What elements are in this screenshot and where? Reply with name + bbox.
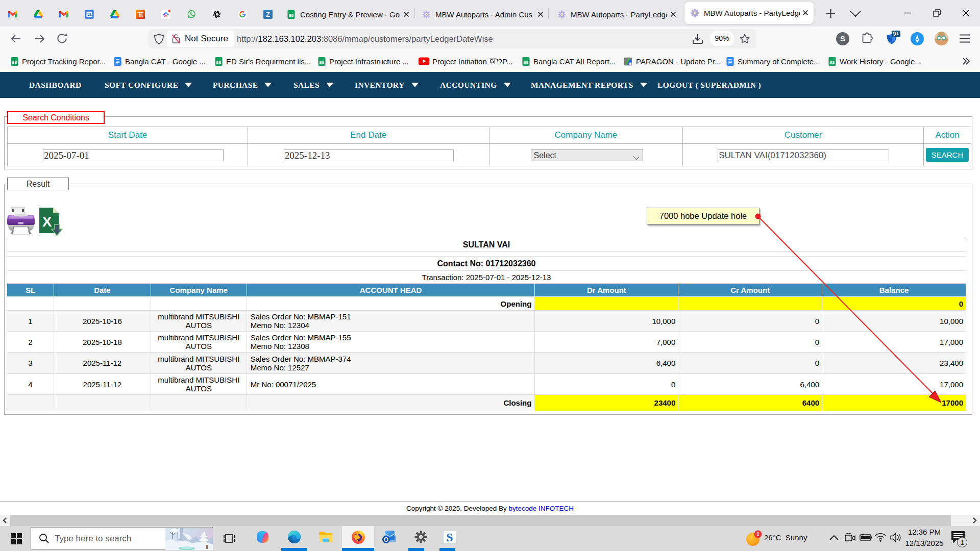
svg-text:1: 1 — [756, 531, 760, 537]
svg-text:Z: Z — [266, 11, 270, 18]
svg-text:9+: 9+ — [893, 31, 899, 37]
svg-text:X: X — [42, 214, 52, 230]
svg-text:1: 1 — [960, 539, 964, 546]
svg-text:?: ? — [498, 58, 502, 66]
svg-text:S: S — [446, 531, 453, 544]
svg-text:31: 31 — [87, 12, 92, 17]
